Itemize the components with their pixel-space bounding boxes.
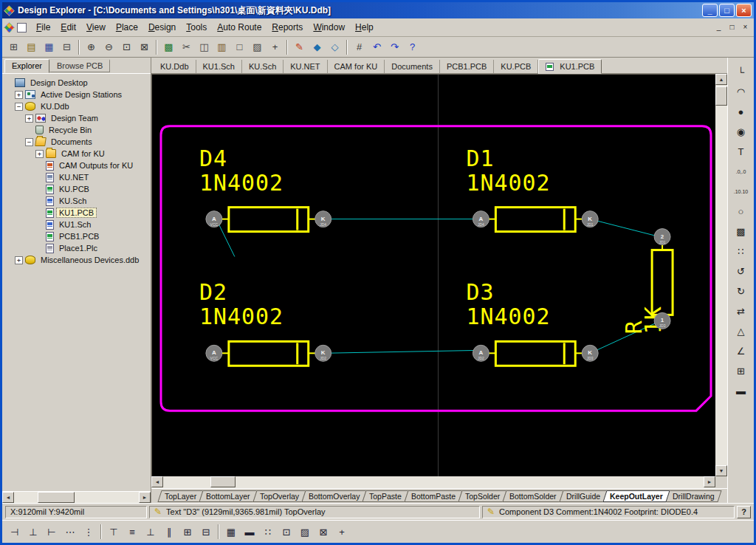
menu-reports[interactable]: Reports bbox=[267, 20, 308, 35]
layer-tab-toppaste[interactable]: TopPaste bbox=[362, 490, 409, 502]
align-bottom-button[interactable]: ⊥ bbox=[142, 524, 159, 541]
layer-tab-bottomlayer[interactable]: BottomLayer bbox=[199, 490, 258, 502]
decrease-spacing-button[interactable]: ⊟ bbox=[197, 524, 215, 541]
doc-tab-documents[interactable]: Documents bbox=[385, 60, 440, 73]
pcb-editor-canvas[interactable]: D41N4002AVCCKJD4D11N4002AJD4KJD1D21N4002… bbox=[151, 74, 715, 476]
align-center-horizontal-button[interactable]: ⊥ bbox=[24, 524, 42, 541]
menu-place[interactable]: Place bbox=[111, 20, 143, 35]
expand-icon[interactable]: + bbox=[35, 150, 44, 158]
doc-tab-ku1-sch[interactable]: KU1.Sch bbox=[196, 60, 242, 73]
layer-tab-topsolder[interactable]: TopSolder bbox=[458, 490, 507, 502]
tree-item-design-team[interactable]: +Design Team bbox=[4, 112, 151, 124]
align-top-button[interactable]: ⊤ bbox=[105, 524, 123, 541]
panel-tab-browse-pcb[interactable]: Browse PCB bbox=[49, 59, 110, 72]
print-button[interactable]: ⊟ bbox=[58, 39, 75, 55]
pad-D4-K[interactable]: KJD4 bbox=[315, 211, 331, 227]
layer-tab-bottomsolder[interactable]: BottomSolder bbox=[503, 490, 564, 502]
string-tool[interactable]: T bbox=[732, 143, 751, 160]
scroll-left-icon[interactable]: ◄ bbox=[151, 476, 163, 487]
tree-item-active-design-stations[interactable]: +Active Design Stations bbox=[4, 89, 151, 100]
doc-tab-ku-net[interactable]: KU.NET bbox=[284, 60, 327, 73]
expand-icon[interactable]: + bbox=[15, 91, 23, 99]
grid-button[interactable]: # bbox=[351, 39, 368, 55]
select-area-button[interactable]: □ bbox=[231, 39, 248, 55]
panel-tab-explorer[interactable]: Explorer bbox=[4, 59, 49, 73]
rotate-cw-tool[interactable]: ↻ bbox=[732, 283, 751, 299]
space-equal-button[interactable]: ∥ bbox=[160, 524, 178, 541]
distribute-vertical-button[interactable]: ⋮ bbox=[80, 524, 97, 541]
panel-scroll-thumb[interactable] bbox=[38, 492, 75, 503]
zoom-in-button[interactable]: ⊕ bbox=[83, 39, 100, 55]
pad-D3-A[interactable]: AJD2 bbox=[472, 345, 489, 361]
menu-tools[interactable]: Tools bbox=[181, 20, 212, 35]
interactive-routing-tool[interactable]: └ bbox=[732, 64, 751, 80]
child-close-button[interactable]: × bbox=[739, 22, 752, 33]
pad-D3-K[interactable]: KJD3 bbox=[582, 345, 598, 361]
scroll-down-icon[interactable]: ▼ bbox=[715, 465, 727, 476]
deselect-button[interactable]: ▨ bbox=[249, 39, 266, 55]
component-placement-button[interactable]: ▨ bbox=[296, 524, 314, 541]
cut-button[interactable]: ✂ bbox=[178, 39, 195, 55]
help-button[interactable]: ? bbox=[404, 39, 421, 55]
collapse-icon[interactable]: − bbox=[25, 138, 33, 146]
menu-auto-route[interactable]: Auto Route bbox=[212, 20, 267, 35]
doc-tab-ku-pcb[interactable]: KU.PCB bbox=[494, 60, 538, 73]
vertical-scroll-thumb[interactable] bbox=[715, 86, 727, 106]
panel-horizontal-scrollbar[interactable]: ◄ ► bbox=[2, 491, 151, 503]
layer-tab-topoverlay[interactable]: TopOverlay bbox=[252, 490, 306, 502]
paste-array-tool[interactable]: ⊞ bbox=[732, 363, 751, 379]
scroll-right-icon[interactable]: ► bbox=[139, 492, 151, 503]
fill-tool[interactable]: ▩ bbox=[732, 223, 751, 239]
design-manager-button[interactable]: ⊞ bbox=[5, 39, 22, 55]
context-help-button[interactable]: ? bbox=[737, 506, 751, 518]
tree-item-design-desktop[interactable]: Design Desktop bbox=[4, 77, 151, 89]
align-left-button[interactable]: ⊣ bbox=[6, 524, 24, 541]
doc-tab-pcb1-pcb[interactable]: PCB1.PCB bbox=[440, 60, 494, 73]
scroll-right-icon[interactable]: ► bbox=[704, 476, 715, 487]
tree-item-ku-pcb[interactable]: KU.PCB bbox=[4, 183, 151, 195]
canvas-vertical-scrollbar[interactable]: ▲ ▼ bbox=[715, 74, 727, 476]
drc-off-button[interactable]: ◇ bbox=[326, 39, 343, 55]
interactive-placement-button[interactable]: ⊠ bbox=[315, 524, 332, 541]
zoom-area-button[interactable]: ⊡ bbox=[118, 39, 135, 55]
pad-D1-A[interactable]: AJD4 bbox=[472, 211, 489, 227]
edit-pencil-button[interactable]: ✎ bbox=[291, 39, 308, 55]
close-button[interactable]: × bbox=[736, 4, 752, 17]
tree-item-ku-sch[interactable]: KU.Sch bbox=[4, 195, 151, 207]
array-place-button[interactable]: ∷ bbox=[259, 524, 277, 541]
arrange-room-button[interactable]: ▬ bbox=[241, 524, 258, 541]
child-restore-button[interactable]: □ bbox=[726, 22, 738, 33]
copy-button[interactable]: ◫ bbox=[196, 39, 213, 55]
flip-tool[interactable]: ⇄ bbox=[732, 303, 751, 319]
menu-view[interactable]: View bbox=[81, 20, 111, 35]
keepout-tool[interactable]: ○ bbox=[732, 203, 751, 219]
canvas-horizontal-scrollbar[interactable]: ◄ ► bbox=[151, 476, 715, 488]
pcb-canvas[interactable]: D41N4002AVCCKJD4D11N4002AJD4KJD1D21N4002… bbox=[152, 75, 715, 476]
expand-icon[interactable]: + bbox=[15, 256, 23, 264]
menu-help[interactable]: Help bbox=[350, 20, 379, 35]
grid-snap-button[interactable]: + bbox=[333, 524, 351, 541]
array-tool[interactable]: ∷ bbox=[732, 243, 751, 259]
scroll-left-icon[interactable]: ◄ bbox=[2, 492, 14, 503]
menu-design[interactable]: Design bbox=[143, 20, 181, 35]
doc-tab-ku1-pcb[interactable]: KU1.PCB bbox=[538, 59, 602, 74]
tree-item-ku1-sch[interactable]: KU1.Sch bbox=[4, 219, 151, 230]
tree-item-ku1-pcb[interactable]: KU1.PCB bbox=[4, 207, 151, 219]
tree-item-recycle-bin[interactable]: Recycle Bin bbox=[4, 124, 151, 136]
pad-D2-A[interactable]: AVCC bbox=[206, 345, 222, 361]
drc-online-button[interactable]: ◆ bbox=[309, 39, 326, 55]
tree-item-pcb1-pcb[interactable]: PCB1.PCB bbox=[4, 230, 151, 242]
pad-R-2[interactable]: 2JD1 bbox=[654, 229, 670, 245]
maximize-button[interactable]: □ bbox=[719, 4, 735, 17]
snapshot-button[interactable]: ▩ bbox=[160, 39, 177, 55]
tree-item-cam-outputs-for-ku[interactable]: CAM Outputs for KU bbox=[4, 160, 151, 171]
move-component-button[interactable]: + bbox=[267, 39, 284, 55]
room-tool[interactable]: ▬ bbox=[732, 383, 751, 399]
layer-tab-keepoutlayer[interactable]: KeepOutLayer bbox=[603, 490, 670, 502]
tree-item-cam-for-ku[interactable]: +CAM for KU bbox=[4, 148, 151, 160]
align-middle-button[interactable]: ≡ bbox=[123, 524, 141, 541]
doc-tab-ku-sch[interactable]: KU.Sch bbox=[242, 60, 284, 73]
menu-window[interactable]: Window bbox=[308, 20, 350, 35]
pad-R-1[interactable]: 1JD3 bbox=[654, 312, 670, 329]
horizontal-scroll-thumb[interactable] bbox=[210, 476, 236, 487]
